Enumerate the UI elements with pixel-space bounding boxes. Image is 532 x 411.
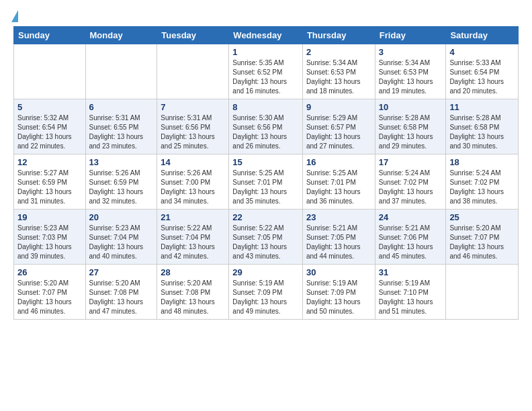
calendar-cell: 9Sunrise: 5:29 AM Sunset: 6:57 PM Daylig… (302, 99, 375, 154)
day-info: Sunrise: 5:20 AM Sunset: 7:08 PM Dayligh… (161, 279, 225, 316)
col-header-monday: Monday (85, 27, 157, 44)
day-info: Sunrise: 5:29 AM Sunset: 6:57 PM Dayligh… (306, 113, 371, 151)
day-info: Sunrise: 5:24 AM Sunset: 7:02 PM Dayligh… (379, 169, 443, 206)
day-info: Sunrise: 5:24 AM Sunset: 7:02 PM Dayligh… (449, 169, 515, 206)
col-header-saturday: Saturday (446, 27, 519, 44)
week-row-2: 5Sunrise: 5:32 AM Sunset: 6:54 PM Daylig… (14, 99, 519, 154)
calendar: SundayMondayTuesdayWednesdayThursdayFrid… (13, 26, 519, 320)
day-info: Sunrise: 5:19 AM Sunset: 7:09 PM Dayligh… (306, 279, 371, 316)
day-number: 13 (89, 157, 154, 167)
week-row-4: 19Sunrise: 5:23 AM Sunset: 7:03 PM Dayli… (14, 210, 519, 265)
day-number: 17 (379, 157, 443, 167)
day-number: 23 (306, 212, 371, 222)
calendar-cell: 25Sunrise: 5:20 AM Sunset: 7:07 PM Dayli… (446, 210, 519, 265)
calendar-cell: 20Sunrise: 5:23 AM Sunset: 7:04 PM Dayli… (85, 210, 157, 265)
day-info: Sunrise: 5:28 AM Sunset: 6:58 PM Dayligh… (379, 113, 443, 151)
calendar-cell: 13Sunrise: 5:26 AM Sunset: 6:59 PM Dayli… (85, 154, 157, 210)
day-info: Sunrise: 5:21 AM Sunset: 7:05 PM Dayligh… (306, 224, 371, 261)
day-number: 22 (232, 212, 299, 222)
calendar-cell: 3Sunrise: 5:34 AM Sunset: 6:53 PM Daylig… (375, 44, 446, 99)
day-number: 26 (17, 267, 82, 277)
day-number: 24 (379, 212, 443, 222)
day-number: 18 (449, 157, 515, 167)
day-number: 8 (232, 102, 299, 112)
day-number: 20 (89, 212, 154, 222)
day-number: 14 (161, 157, 225, 167)
calendar-cell (85, 44, 157, 99)
col-header-tuesday: Tuesday (157, 27, 229, 44)
day-info: Sunrise: 5:35 AM Sunset: 6:52 PM Dayligh… (232, 58, 299, 96)
day-info: Sunrise: 5:27 AM Sunset: 6:59 PM Dayligh… (17, 169, 82, 206)
calendar-cell: 11Sunrise: 5:28 AM Sunset: 6:58 PM Dayli… (446, 99, 519, 154)
calendar-header-row: SundayMondayTuesdayWednesdayThursdayFrid… (14, 27, 519, 44)
day-number: 28 (161, 267, 225, 277)
day-info: Sunrise: 5:30 AM Sunset: 6:56 PM Dayligh… (232, 113, 299, 151)
calendar-cell: 10Sunrise: 5:28 AM Sunset: 6:58 PM Dayli… (375, 99, 446, 154)
week-row-5: 26Sunrise: 5:20 AM Sunset: 7:07 PM Dayli… (14, 265, 519, 320)
day-info: Sunrise: 5:20 AM Sunset: 7:08 PM Dayligh… (89, 279, 154, 316)
calendar-cell: 31Sunrise: 5:19 AM Sunset: 7:10 PM Dayli… (375, 265, 446, 320)
week-row-3: 12Sunrise: 5:27 AM Sunset: 6:59 PM Dayli… (14, 154, 519, 210)
day-number: 31 (379, 267, 443, 277)
header (13, 10, 519, 19)
calendar-cell (14, 44, 86, 99)
day-info: Sunrise: 5:25 AM Sunset: 7:01 PM Dayligh… (232, 169, 299, 206)
day-number: 4 (449, 47, 515, 57)
day-number: 2 (306, 47, 371, 57)
day-info: Sunrise: 5:26 AM Sunset: 7:00 PM Dayligh… (161, 169, 225, 206)
calendar-cell: 16Sunrise: 5:25 AM Sunset: 7:01 PM Dayli… (302, 154, 375, 210)
col-header-wednesday: Wednesday (229, 27, 303, 44)
day-info: Sunrise: 5:19 AM Sunset: 7:10 PM Dayligh… (379, 279, 443, 316)
day-number: 30 (306, 267, 371, 277)
calendar-cell: 14Sunrise: 5:26 AM Sunset: 7:00 PM Dayli… (157, 154, 229, 210)
calendar-cell: 26Sunrise: 5:20 AM Sunset: 7:07 PM Dayli… (14, 265, 86, 320)
day-number: 9 (306, 102, 371, 112)
day-number: 15 (232, 157, 299, 167)
day-number: 12 (17, 157, 82, 167)
calendar-cell: 5Sunrise: 5:32 AM Sunset: 6:54 PM Daylig… (14, 99, 86, 154)
day-number: 25 (449, 212, 515, 222)
day-info: Sunrise: 5:23 AM Sunset: 7:03 PM Dayligh… (17, 224, 82, 261)
day-info: Sunrise: 5:32 AM Sunset: 6:54 PM Dayligh… (17, 113, 82, 151)
day-number: 1 (232, 47, 299, 57)
calendar-cell: 24Sunrise: 5:21 AM Sunset: 7:06 PM Dayli… (375, 210, 446, 265)
calendar-cell: 27Sunrise: 5:20 AM Sunset: 7:08 PM Dayli… (85, 265, 157, 320)
day-info: Sunrise: 5:23 AM Sunset: 7:04 PM Dayligh… (89, 224, 154, 261)
day-number: 3 (379, 47, 443, 57)
day-info: Sunrise: 5:21 AM Sunset: 7:06 PM Dayligh… (379, 224, 443, 261)
col-header-friday: Friday (375, 27, 446, 44)
day-info: Sunrise: 5:34 AM Sunset: 6:53 PM Dayligh… (306, 58, 371, 96)
calendar-cell: 12Sunrise: 5:27 AM Sunset: 6:59 PM Dayli… (14, 154, 86, 210)
day-info: Sunrise: 5:33 AM Sunset: 6:54 PM Dayligh… (449, 58, 515, 96)
day-info: Sunrise: 5:25 AM Sunset: 7:01 PM Dayligh… (306, 169, 371, 206)
day-number: 10 (379, 102, 443, 112)
calendar-cell (157, 44, 229, 99)
calendar-cell: 21Sunrise: 5:22 AM Sunset: 7:04 PM Dayli… (157, 210, 229, 265)
calendar-cell: 7Sunrise: 5:31 AM Sunset: 6:56 PM Daylig… (157, 99, 229, 154)
day-number: 7 (161, 102, 225, 112)
logo-arrow-icon (11, 10, 18, 22)
calendar-cell: 17Sunrise: 5:24 AM Sunset: 7:02 PM Dayli… (375, 154, 446, 210)
calendar-cell: 22Sunrise: 5:22 AM Sunset: 7:05 PM Dayli… (229, 210, 303, 265)
day-info: Sunrise: 5:20 AM Sunset: 7:07 PM Dayligh… (17, 279, 82, 316)
day-number: 21 (161, 212, 225, 222)
calendar-cell: 23Sunrise: 5:21 AM Sunset: 7:05 PM Dayli… (302, 210, 375, 265)
calendar-cell: 18Sunrise: 5:24 AM Sunset: 7:02 PM Dayli… (446, 154, 519, 210)
calendar-cell: 4Sunrise: 5:33 AM Sunset: 6:54 PM Daylig… (446, 44, 519, 99)
calendar-cell: 30Sunrise: 5:19 AM Sunset: 7:09 PM Dayli… (302, 265, 375, 320)
calendar-cell: 15Sunrise: 5:25 AM Sunset: 7:01 PM Dayli… (229, 154, 303, 210)
logo (13, 10, 18, 19)
col-header-sunday: Sunday (14, 27, 86, 44)
week-row-1: 1Sunrise: 5:35 AM Sunset: 6:52 PM Daylig… (14, 44, 519, 99)
day-number: 6 (89, 102, 154, 112)
day-info: Sunrise: 5:31 AM Sunset: 6:55 PM Dayligh… (89, 113, 154, 151)
day-info: Sunrise: 5:19 AM Sunset: 7:09 PM Dayligh… (232, 279, 299, 316)
calendar-cell: 1Sunrise: 5:35 AM Sunset: 6:52 PM Daylig… (229, 44, 303, 99)
day-number: 11 (449, 102, 515, 112)
day-info: Sunrise: 5:22 AM Sunset: 7:05 PM Dayligh… (232, 224, 299, 261)
day-info: Sunrise: 5:26 AM Sunset: 6:59 PM Dayligh… (89, 169, 154, 206)
day-number: 5 (17, 102, 82, 112)
day-info: Sunrise: 5:20 AM Sunset: 7:07 PM Dayligh… (449, 224, 515, 261)
calendar-cell: 19Sunrise: 5:23 AM Sunset: 7:03 PM Dayli… (14, 210, 86, 265)
day-number: 29 (232, 267, 299, 277)
